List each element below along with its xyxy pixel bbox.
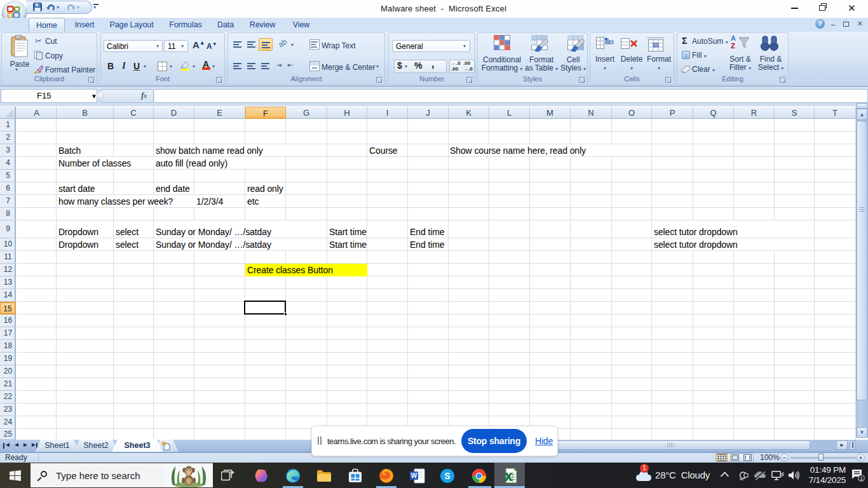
svg-text:1: 1: [860, 475, 863, 482]
svg-text:S: S: [444, 471, 450, 481]
svg-text:W: W: [411, 472, 417, 479]
